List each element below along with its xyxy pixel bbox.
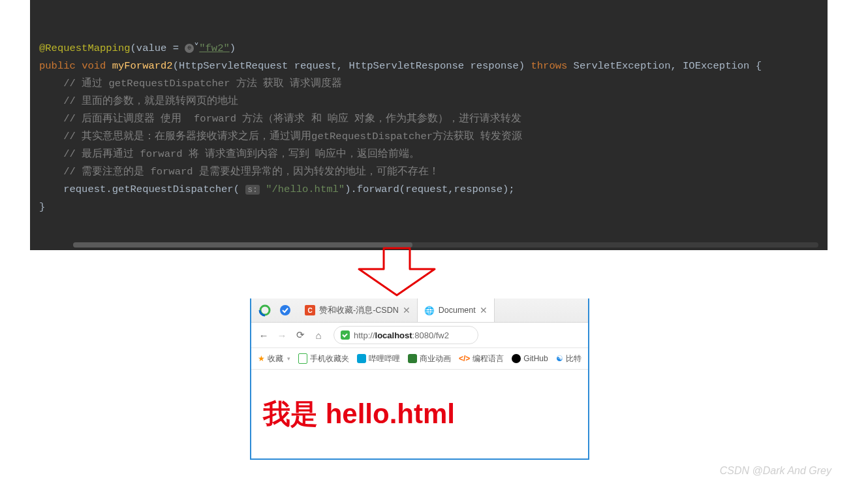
refresh-icon[interactable]: ⟳ (294, 329, 306, 341)
comment: // 通过 getRequestDispatcher 方法 获取 请求调度器 (63, 78, 342, 89)
browser-brand-icons (251, 298, 298, 322)
folder-icon (408, 354, 417, 363)
bookmark-github[interactable]: GitHub (512, 354, 548, 363)
annotation: @RequestMapping (39, 42, 131, 54)
csdn-favicon-icon: C (305, 305, 315, 315)
star-icon: ★ (258, 354, 265, 363)
toolbar: ← → ⟳ ⌂ http://localhost:8080/fw2 (251, 323, 588, 348)
watermark: CSDN @Dark And Grey (720, 465, 831, 477)
close-icon[interactable]: ✕ (480, 305, 488, 315)
browser-logo-icon (258, 304, 271, 317)
link-icon: ☯ (556, 354, 563, 363)
home-icon[interactable]: ⌂ (313, 330, 324, 341)
back-icon[interactable]: ← (258, 330, 270, 341)
comment: // 里面的参数，就是跳转网页的地址 (63, 95, 238, 107)
arrow-down-icon (351, 247, 442, 302)
comment: // 后面再让调度器 使用 forward 方法（将请求 和 响应 对象，作为其… (63, 113, 521, 125)
comment: // 需要注意的是 forward 是需要处理异常的，因为转发的地址，可能不存在… (63, 166, 439, 178)
browser-window: C 赞和收藏-消息-CSDN ✕ 🌐 Document ✕ ← → ⟳ ⌂ ht… (250, 298, 589, 460)
url-text: http://localhost:8080/fw2 (354, 330, 449, 340)
code-block: @RequestMapping(value = ⊕˅"fw2") public … (39, 22, 828, 216)
forward-icon[interactable]: → (276, 330, 288, 341)
github-icon (512, 354, 521, 363)
globe-icon: ⊕ (185, 44, 194, 53)
address-bar[interactable]: http://localhost:8080/fw2 (333, 326, 478, 344)
bookmark-coding[interactable]: </>编程语言 (459, 353, 504, 364)
param-hint: s: (245, 185, 260, 195)
tab-title: Document (439, 306, 476, 315)
comment: // 其实意思就是：在服务器接收请求之后，通过调用getRequestDispa… (63, 131, 522, 142)
page-viewport: 我是 hello.html (251, 370, 588, 458)
bookmarks-bar: ★收藏▾ 手机收藏夹 哔哩哔哩 商业动画 </>编程语言 GitHub ☯比特 (251, 348, 588, 370)
tab-csdn[interactable]: C 赞和收藏-消息-CSDN ✕ (298, 298, 418, 322)
phone-icon (298, 353, 307, 364)
tab-document[interactable]: 🌐 Document ✕ (418, 298, 495, 322)
sync-icon[interactable] (279, 304, 291, 316)
page-heading: 我是 hello.html (263, 396, 455, 432)
horizontal-scrollbar[interactable] (73, 242, 818, 248)
ide-code-panel: @RequestMapping(value = ⊕˅"fw2") public … (30, 0, 828, 250)
tab-title: 赞和收藏-消息-CSDN (319, 305, 399, 316)
dispatch-path: "/hello.html" (266, 184, 345, 195)
mapping-value: "fw2" (199, 42, 230, 54)
bookmark-favorites[interactable]: ★收藏▾ (258, 353, 290, 364)
chevron-down-icon: ▾ (287, 355, 290, 362)
bookmark-compare[interactable]: ☯比特 (556, 353, 581, 364)
bookmark-bilibili[interactable]: 哔哩哔哩 (357, 353, 400, 364)
bookmark-anime[interactable]: 商业动画 (408, 353, 451, 364)
method-name: myForward2 (112, 60, 173, 72)
globe-favicon-icon: 🌐 (424, 305, 435, 315)
close-icon[interactable]: ✕ (403, 305, 411, 315)
tab-bar: C 赞和收藏-消息-CSDN ✕ 🌐 Document ✕ (251, 298, 588, 323)
code-icon: </> (459, 354, 470, 363)
shield-icon (341, 330, 350, 340)
svg-point-1 (280, 305, 290, 315)
comment: // 最后再通过 forward 将 请求查询到内容，写到 响应中，返回给前端。 (63, 148, 420, 160)
bilibili-icon (357, 354, 366, 363)
bookmark-mobile[interactable]: 手机收藏夹 (298, 353, 349, 364)
